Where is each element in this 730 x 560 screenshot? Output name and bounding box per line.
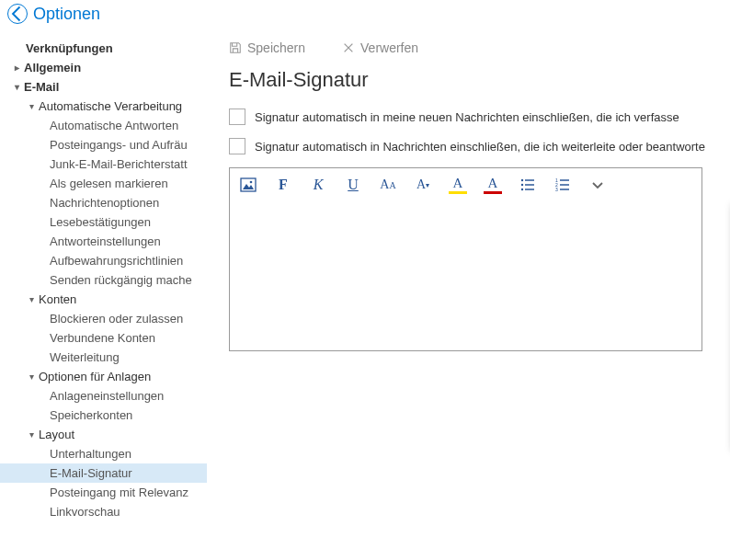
nav-inbox-rules[interactable]: Posteingangs- und Aufräu	[0, 135, 207, 154]
insert-image-button[interactable]	[239, 176, 257, 194]
save-icon	[229, 41, 242, 54]
nav-label: Junk-E-Mail-Berichterstatt	[50, 157, 188, 171]
nav-label: Layout	[39, 428, 74, 441]
svg-point-4	[521, 184, 523, 186]
checkbox-auto-new[interactable]	[229, 109, 245, 125]
caret-right-icon: ▸	[15, 63, 24, 73]
nav-accounts[interactable]: ▾Konten	[0, 290, 207, 309]
svg-point-5	[521, 189, 523, 190]
nav-conversations[interactable]: Unterhaltungen	[0, 444, 207, 463]
nav-attach-settings[interactable]: Anlageneinstellungen	[0, 386, 207, 406]
editor-toolbar: F K U AA A▾ A A 123	[230, 168, 701, 201]
font-color-button[interactable]: A	[484, 176, 502, 194]
number-list-button[interactable]: 123	[553, 176, 572, 194]
nav-msg-options[interactable]: Nachrichtenoptionen	[0, 193, 207, 212]
checkbox-label: Signatur automatisch in Nachrichten eins…	[255, 140, 705, 154]
nav-label: Senden rückgängig mache	[50, 273, 192, 287]
nav-label: Anlageneinstellungen	[50, 389, 164, 403]
nav-label: E-Mail	[24, 80, 59, 94]
save-button[interactable]: Speichern	[229, 40, 305, 55]
bullet-list-button[interactable]	[519, 176, 537, 194]
nav-label: Posteingangs- und Aufräu	[50, 138, 188, 152]
nav-label: Als gelesen markieren	[50, 177, 168, 190]
discard-button[interactable]: Verwerfen	[342, 40, 418, 55]
nav-label: Verknüpfungen	[26, 41, 113, 55]
nav-general[interactable]: ▸Allgemein	[0, 58, 207, 77]
nav-label: Konten	[39, 292, 76, 306]
svg-text:3: 3	[555, 187, 558, 192]
discard-label: Verwerfen	[360, 40, 418, 55]
nav-label: Verbundene Konten	[50, 331, 155, 345]
nav-attachments[interactable]: ▾Optionen für Anlagen	[0, 367, 207, 386]
nav-label: Aufbewahrungsrichtlinien	[50, 254, 183, 268]
header-title: Optionen	[33, 5, 100, 24]
nav-connected[interactable]: Verbundene Konten	[0, 328, 207, 348]
nav-label: Linkvorschau	[50, 505, 120, 519]
signature-editor[interactable]: F K U AA A▾ A A 123	[229, 167, 702, 351]
checkbox-auto-reply[interactable]	[229, 138, 245, 154]
nav-label: Automatische Verarbeitung	[39, 99, 182, 113]
font-size-up-button[interactable]: AA	[379, 176, 397, 194]
nav-signature[interactable]: E-Mail-Signatur	[0, 463, 207, 483]
discard-icon	[342, 41, 355, 54]
nav-label: Speicherkonten	[50, 408, 132, 422]
main-content: Speichern Verwerfen E-Mail-Signatur Sign…	[207, 28, 730, 558]
highlight-button[interactable]: A	[449, 176, 467, 194]
bold-button[interactable]: F	[274, 176, 292, 194]
more-formatting-button[interactable]	[588, 176, 607, 194]
caret-down-icon: ▾	[15, 82, 24, 92]
svg-point-2	[250, 181, 253, 184]
nav-label: Optionen für Anlagen	[39, 370, 151, 383]
nav-email[interactable]: ▾E-Mail	[0, 77, 207, 97]
save-label: Speichern	[247, 40, 305, 55]
nav-auto-replies[interactable]: Automatische Antworten	[0, 116, 207, 135]
nav-link-preview[interactable]: Linkvorschau	[0, 502, 207, 521]
nav-label: Weiterleitung	[50, 350, 120, 364]
back-button[interactable]	[7, 4, 28, 24]
nav-reply-settings[interactable]: Antworteinstellungen	[0, 232, 207, 251]
caret-down-icon: ▾	[29, 371, 39, 382]
italic-button[interactable]: K	[309, 176, 327, 194]
nav-label: Posteingang mit Relevanz	[50, 486, 188, 499]
nav-label: E-Mail-Signatur	[50, 466, 132, 480]
nav-label: Automatische Antworten	[50, 119, 178, 132]
nav-label: Allgemein	[24, 61, 81, 74]
caret-down-icon: ▾	[29, 294, 39, 304]
nav-layout[interactable]: ▾Layout	[0, 425, 207, 444]
nav-undo-send[interactable]: Senden rückgängig mache	[0, 270, 207, 290]
checkbox-label: Signatur automatisch in meine neuen Nach…	[255, 110, 679, 124]
nav-label: Blockieren oder zulassen	[50, 312, 183, 326]
nav-read-receipts[interactable]: Lesebestätigungen	[0, 212, 207, 232]
svg-marker-1	[243, 184, 254, 189]
nav-auto-processing[interactable]: ▾Automatische Verarbeitung	[0, 97, 207, 116]
svg-point-3	[521, 179, 523, 181]
sidebar: Verknüpfungen ▸Allgemein ▾E-Mail ▾Automa…	[0, 28, 207, 558]
underline-button[interactable]: U	[344, 176, 362, 194]
nav-shortcuts[interactable]: Verknüpfungen	[0, 39, 207, 58]
nav-label: Nachrichtenoptionen	[50, 196, 159, 210]
page-title: E-Mail-Signatur	[229, 68, 708, 92]
caret-down-icon: ▾	[29, 101, 39, 111]
nav-label: Unterhaltungen	[50, 447, 131, 461]
nav-storage[interactable]: Speicherkonten	[0, 406, 207, 425]
nav-retention[interactable]: Aufbewahrungsrichtlinien	[0, 251, 207, 270]
nav-label: Lesebestätigungen	[50, 215, 151, 229]
nav-label: Antworteinstellungen	[50, 234, 161, 248]
nav-junk[interactable]: Junk-E-Mail-Berichterstatt	[0, 154, 207, 174]
caret-down-icon: ▾	[29, 429, 39, 440]
nav-block-allow[interactable]: Blockieren oder zulassen	[0, 309, 207, 328]
nav-mark-read[interactable]: Als gelesen markieren	[0, 174, 207, 193]
nav-focused[interactable]: Posteingang mit Relevanz	[0, 483, 207, 502]
font-size-down-button[interactable]: A▾	[414, 176, 432, 194]
nav-forwarding[interactable]: Weiterleitung	[0, 348, 207, 367]
